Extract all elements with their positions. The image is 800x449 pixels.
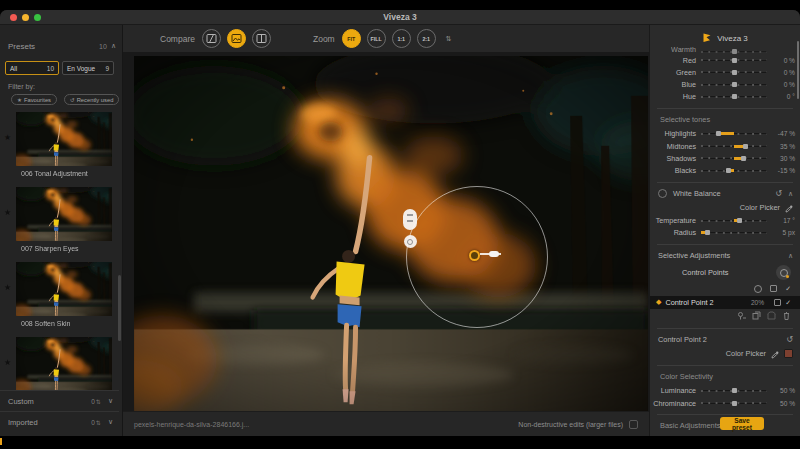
check-column-icon[interactable]: ✓ <box>785 285 791 292</box>
favourite-star-icon[interactable]: ★ <box>4 208 11 217</box>
reset-icon[interactable]: ↺ <box>775 189 782 198</box>
presets-header[interactable]: Presets 10 ∧ <box>8 41 116 51</box>
basic-sliders: Brightness 9 % <box>650 434 800 436</box>
slider-thumb[interactable] <box>732 388 737 393</box>
chevron-up-icon[interactable]: ∧ <box>788 190 793 198</box>
slider-thumb[interactable] <box>726 168 731 173</box>
slider-track[interactable] <box>701 58 767 63</box>
circle-column-icon[interactable] <box>754 285 762 293</box>
panel-scrollbar[interactable] <box>797 41 800 99</box>
control-point-marker[interactable] <box>469 250 480 261</box>
photo-view[interactable] <box>134 56 648 412</box>
slider-track[interactable] <box>701 49 767 54</box>
slider-track[interactable] <box>701 144 767 149</box>
white-balance-checkbox[interactable] <box>658 189 667 198</box>
slider-track[interactable] <box>701 218 767 223</box>
group-icon[interactable] <box>767 311 776 320</box>
preset-group-row[interactable]: Custom 0 ⇅ ∨ <box>0 390 119 411</box>
duplicate-icon[interactable] <box>752 311 761 320</box>
sidebar-scrollbar[interactable] <box>118 275 121 341</box>
slider-thumb[interactable] <box>732 70 737 75</box>
control-point-expand-button[interactable] <box>403 209 417 230</box>
slider-thumb[interactable] <box>732 58 737 63</box>
center-area: Compare <box>123 25 650 436</box>
preset-thumbnail-image <box>16 112 112 166</box>
slider-thumb[interactable] <box>732 49 737 54</box>
slider-thumb[interactable] <box>743 144 748 149</box>
chevron-down-icon[interactable]: ∨ <box>108 418 113 426</box>
reset-icon[interactable]: ↺ <box>786 335 793 344</box>
control-point-row[interactable]: ◆ Control Point 2 20% ✓ <box>650 296 800 309</box>
compare-split-icon <box>206 33 217 44</box>
filter-chip[interactable]: ↺ Recently used <box>64 94 119 105</box>
compare-split-button[interactable] <box>202 29 221 48</box>
zoom-fit-button[interactable]: FIT <box>342 29 361 48</box>
divider <box>657 328 793 329</box>
slider-track[interactable] <box>701 82 767 87</box>
slider-thumb[interactable] <box>732 94 737 99</box>
add-control-point-button[interactable] <box>776 265 791 280</box>
preset-thumbnail[interactable] <box>16 262 112 316</box>
preset-list-item[interactable]: ★ <box>0 111 122 186</box>
filter-chip-icon: ↺ <box>70 97 75 103</box>
non-destructive-edits-checkbox[interactable] <box>629 420 638 429</box>
preset-list-item[interactable]: ★ <box>0 186 122 261</box>
preset-thumbnail[interactable] <box>16 112 112 166</box>
panel-header: Viveza 3 <box>650 25 800 47</box>
zoom-fill-button[interactable]: FILL <box>367 29 386 48</box>
slider-track[interactable] <box>701 388 767 393</box>
slider-thumb[interactable] <box>705 230 710 235</box>
group-count: 0 <box>91 419 95 426</box>
chevron-up-icon[interactable]: ∧ <box>111 42 116 50</box>
color-picker-label: Color Picker <box>740 203 780 212</box>
zoom-1-1-button[interactable]: 1:1 <box>392 29 411 48</box>
slider-label: Chrominance <box>650 399 696 408</box>
slider-thumb[interactable] <box>732 82 737 87</box>
slider-track[interactable] <box>701 168 767 173</box>
favourite-star-icon[interactable]: ★ <box>4 283 11 292</box>
preset-thumbnail[interactable] <box>16 187 112 241</box>
slider-track[interactable] <box>701 94 767 99</box>
slider-track[interactable] <box>701 131 767 136</box>
slider-thumb[interactable] <box>737 218 742 223</box>
slider-row: Temperature 17 ° <box>650 215 800 227</box>
pin-add-icon[interactable] <box>737 311 746 320</box>
mask-column-icon[interactable] <box>770 285 777 292</box>
slider-track[interactable] <box>701 230 767 235</box>
compare-buttons <box>202 29 271 48</box>
eyedropper-icon[interactable] <box>771 345 779 363</box>
compare-side-by-side-button[interactable] <box>252 29 271 48</box>
slider-thumb[interactable] <box>732 401 737 406</box>
trash-icon[interactable] <box>782 311 791 320</box>
compare-single-button[interactable] <box>227 29 246 48</box>
zoom-stepper-icon[interactable]: ⇅ <box>446 35 452 43</box>
save-preset-button[interactable]: Save preset <box>720 417 764 430</box>
tab-en-vogue[interactable]: En Vogue 9 <box>62 61 114 75</box>
favourite-star-icon[interactable]: ★ <box>4 133 11 142</box>
slider-row: Luminance 50 % <box>650 385 800 397</box>
tab-all-presets[interactable]: All 10 <box>5 61 59 75</box>
slider-value: -47 % <box>778 130 795 137</box>
picked-color-swatch[interactable] <box>784 349 793 358</box>
preset-list-item[interactable]: ★ <box>0 336 122 394</box>
enabled-check-icon[interactable]: ✓ <box>785 299 791 306</box>
chevron-up-icon[interactable]: ∧ <box>788 252 793 260</box>
control-point-settings-button[interactable] <box>404 235 417 248</box>
zoom-2-1-button[interactable]: 2:1 <box>417 29 436 48</box>
slider-track[interactable] <box>701 401 767 406</box>
slider-thumb[interactable] <box>716 131 721 136</box>
favourite-star-icon[interactable]: ★ <box>4 358 11 367</box>
slider-thumb[interactable] <box>741 156 746 161</box>
slider-track[interactable] <box>701 70 767 75</box>
control-point-slider-thumb[interactable] <box>489 251 499 257</box>
slider-label: Midtones <box>650 142 696 151</box>
mask-toggle-icon[interactable] <box>774 299 781 306</box>
preset-group-row[interactable]: Imported 0 ⇅ ∨ <box>0 411 119 432</box>
preset-thumbnail[interactable] <box>16 337 112 391</box>
preset-list-item[interactable]: ★ <box>0 261 122 336</box>
slider-track[interactable] <box>701 156 767 161</box>
eyedropper-icon[interactable] <box>785 199 793 217</box>
filename-label: pexels-henrique-da-silva-2846166.j... <box>134 421 249 428</box>
chevron-down-icon[interactable]: ∨ <box>108 397 113 405</box>
filter-chip[interactable]: ★ Favourites <box>11 94 57 105</box>
